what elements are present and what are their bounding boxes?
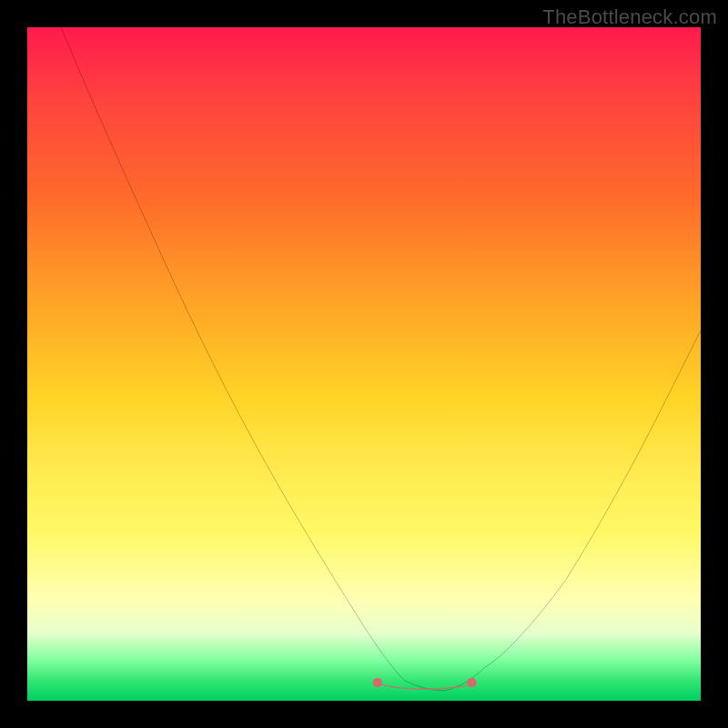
marker-dot-right bbox=[467, 678, 476, 687]
chart-curve-layer bbox=[27, 27, 701, 701]
bottleneck-curve bbox=[61, 27, 701, 691]
watermark-text: TheBottleneck.com bbox=[542, 5, 717, 29]
bottom-marker-segment bbox=[378, 684, 472, 690]
marker-dot-left bbox=[373, 678, 382, 687]
